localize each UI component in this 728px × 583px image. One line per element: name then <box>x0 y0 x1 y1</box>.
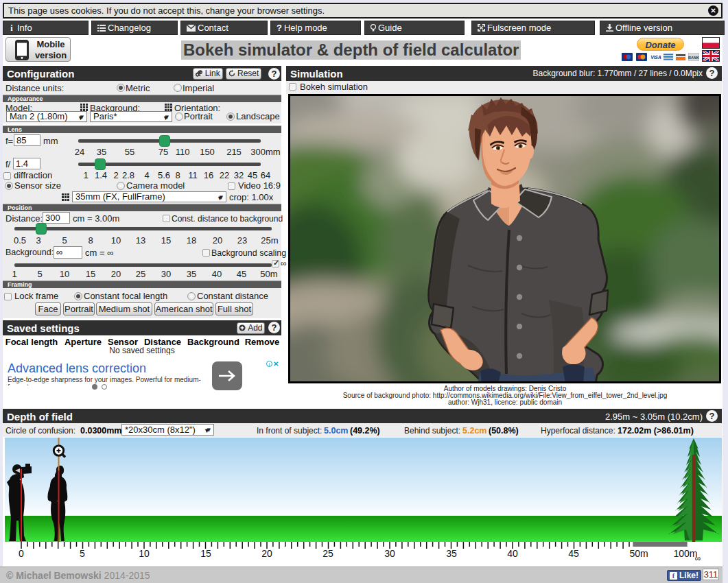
svg-text:i: i <box>10 24 13 32</box>
svg-text:25: 25 <box>322 548 333 559</box>
svg-text:35: 35 <box>446 548 457 559</box>
svg-text:30: 30 <box>384 548 395 559</box>
svg-text:15: 15 <box>200 548 211 559</box>
svg-text:100m: 100m <box>673 548 697 559</box>
svg-text:10: 10 <box>139 548 150 559</box>
svg-text:0: 0 <box>19 548 24 559</box>
svg-text:BANK: BANK <box>688 56 699 60</box>
svg-text:∞: ∞ <box>695 554 701 563</box>
svg-text:VISA: VISA <box>650 55 661 60</box>
svg-text:45: 45 <box>568 548 579 559</box>
svg-text:40: 40 <box>507 548 518 559</box>
svg-text:50m: 50m <box>629 548 648 559</box>
svg-text:20: 20 <box>261 548 272 559</box>
svg-text:5: 5 <box>80 548 85 559</box>
